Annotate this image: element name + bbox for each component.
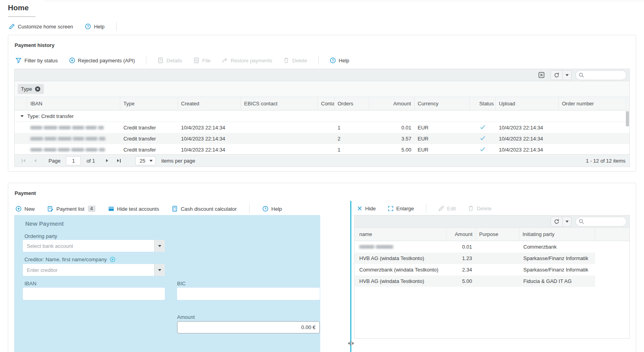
ordering-party-input[interactable]: [23, 240, 154, 252]
cash-discount-calculator-button[interactable]: Cash discount calculator: [172, 206, 237, 212]
toolbar-divider: [249, 204, 250, 213]
ordering-party-combobox: [23, 240, 165, 252]
page-size-select[interactable]: 25: [135, 156, 156, 165]
cell-amount: 0.01: [369, 125, 414, 131]
page-number-input[interactable]: [66, 156, 81, 165]
iban-input[interactable]: [23, 288, 165, 300]
header-name[interactable]: name: [355, 228, 446, 241]
header-orders[interactable]: Orders: [334, 97, 369, 110]
export-excel-button[interactable]: [536, 70, 547, 80]
vertical-scrollbar-thumb[interactable]: [626, 111, 629, 126]
items-per-page-label: items per page: [161, 158, 195, 164]
customize-home-screen-button[interactable]: Customize home screen: [9, 23, 73, 30]
cell-upload: 10/4/2023 22:14:34: [496, 125, 559, 131]
grid-search: [575, 70, 627, 80]
header-type[interactable]: Type: [120, 97, 178, 110]
file-button[interactable]: File: [193, 57, 211, 64]
hide-test-accounts-button[interactable]: Hide test accounts: [108, 206, 159, 212]
chip-remove-icon[interactable]: [35, 86, 41, 92]
header-amount[interactable]: Amount: [446, 228, 476, 241]
rejected-circle-x-icon: [69, 57, 75, 64]
cell-orders: 2: [334, 136, 369, 142]
ordering-party-dropdown-button[interactable]: [154, 240, 165, 252]
cell-amount: 5.00: [446, 278, 476, 284]
cell-type: Credit transfer: [120, 147, 178, 153]
cell-created: 10/4/2023 22:14:34: [178, 136, 241, 142]
group-row-credit-transfer[interactable]: Type: Credit transfer: [15, 110, 629, 122]
refresh-options-caret-button[interactable]: [562, 217, 571, 226]
header-order-number[interactable]: Order number: [559, 97, 626, 110]
list-item[interactable]: HVB AG (windata Testkonto) 5.00 Fiducia …: [355, 275, 595, 287]
header-iban[interactable]: IBAN: [27, 97, 120, 110]
first-page-button[interactable]: [19, 157, 28, 165]
customize-home-screen-label: Customize home screen: [18, 24, 73, 30]
refresh-options-caret-button[interactable]: [562, 71, 571, 80]
add-creditor-plus-icon[interactable]: [110, 257, 116, 262]
hide-test-accounts-label: Hide test accounts: [117, 206, 159, 212]
help-button-payment-history[interactable]: ? Help: [330, 57, 349, 64]
new-payment-button[interactable]: New: [15, 206, 35, 212]
header-ebics-contact[interactable]: EBICS contact: [241, 97, 318, 110]
filter-by-status-button[interactable]: Filter by status: [15, 57, 58, 64]
rejected-payments-button[interactable]: Rejected payments (API): [69, 57, 135, 64]
search-icon: [579, 219, 584, 226]
group-chip-type[interactable]: Type: [18, 84, 44, 94]
edit-button[interactable]: Edit: [438, 205, 456, 212]
payment-list-button[interactable]: Payment list 4: [47, 206, 95, 212]
trash-icon: [283, 57, 289, 64]
table-row[interactable]: Credit transfer 10/4/2023 22:14:34 2 3.5…: [15, 133, 629, 144]
cell-amount: 5.00: [369, 147, 414, 153]
collapse-group-icon[interactable]: [21, 115, 24, 117]
header-status[interactable]: Status: [470, 97, 496, 110]
search-input[interactable]: [586, 71, 624, 79]
refresh-button[interactable]: [551, 71, 562, 80]
cell-name: HVB AG (windata Testkonto): [355, 278, 446, 284]
refresh-button[interactable]: [551, 217, 562, 226]
creditor-combobox: [23, 264, 165, 276]
payment-list-grid: name Amount Purpose Initiating party 0.0…: [354, 215, 630, 339]
table-header-row: name Amount Purpose Initiating party: [355, 228, 629, 241]
header-conta[interactable]: Conta...: [318, 97, 334, 110]
help-button-payment[interactable]: ? Help: [262, 206, 282, 212]
chevron-down-icon: [566, 74, 569, 76]
toolbar-divider: [318, 56, 319, 65]
header-purpose[interactable]: Purpose: [476, 228, 519, 241]
delete-button[interactable]: Delete: [283, 57, 307, 64]
table-row[interactable]: Credit transfer 10/4/2023 22:14:34 1 0.0…: [15, 122, 629, 133]
details-button[interactable]: Details: [157, 57, 182, 64]
bic-input[interactable]: [177, 288, 320, 300]
table-row[interactable]: Credit transfer 10/4/2023 22:14:34 1 5.0…: [15, 144, 629, 155]
delete-label: Delete: [477, 206, 492, 212]
grid-search: [575, 217, 627, 227]
delete-list-button[interactable]: Delete: [468, 205, 492, 212]
header-created[interactable]: Created: [178, 97, 241, 110]
restore-payments-button[interactable]: Restore payments: [222, 57, 273, 64]
enlarge-button[interactable]: Enlarge: [388, 206, 414, 212]
payment-list-label: Payment list: [56, 206, 84, 212]
hide-list-button[interactable]: Hide: [357, 206, 376, 212]
header-currency[interactable]: Currency: [414, 97, 470, 110]
list-item[interactable]: Commerzbank (windata Testkonto) 2.34 Spa…: [355, 264, 595, 275]
cell-type: Credit transfer: [120, 125, 178, 131]
amount-input[interactable]: [177, 321, 320, 333]
chevron-down-icon: [566, 221, 569, 223]
delete-label: Delete: [292, 58, 307, 64]
creditor-input[interactable]: [23, 264, 154, 276]
next-page-button[interactable]: [102, 157, 112, 165]
panel-splitter[interactable]: [350, 201, 351, 352]
header-upload[interactable]: Upload: [496, 97, 559, 110]
cell-upload: 10/4/2023 22:14:34: [496, 147, 559, 153]
search-input[interactable]: [586, 217, 624, 226]
splitter-handle[interactable]: [346, 339, 356, 347]
list-item[interactable]: 0.01 Commerzbank: [355, 241, 595, 253]
previous-page-button[interactable]: [30, 157, 40, 165]
grid-toolbar: [15, 69, 629, 81]
header-amount[interactable]: Amount: [369, 97, 414, 110]
last-page-button[interactable]: [114, 157, 123, 165]
search-icon: [579, 72, 584, 79]
creditor-dropdown-button[interactable]: [154, 264, 165, 276]
file-icon: [193, 57, 200, 64]
header-initiating-party[interactable]: Initiating party: [519, 228, 595, 241]
list-item[interactable]: HVB AG (windata Testkonto) 1.23 Sparkass…: [355, 253, 595, 264]
help-button-top[interactable]: ? Help: [85, 23, 105, 30]
